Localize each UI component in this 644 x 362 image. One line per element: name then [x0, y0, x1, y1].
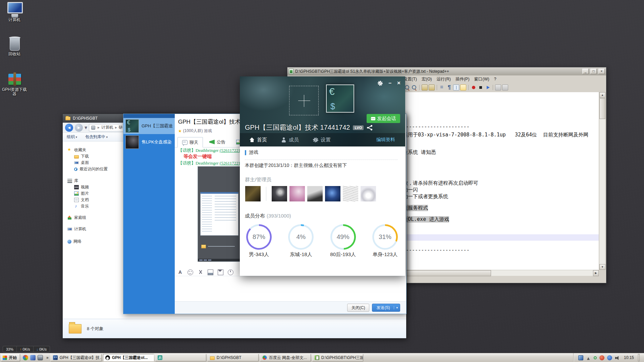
taskbar-button[interactable]: GPH【三国霸途ol】技... [51, 354, 102, 361]
panel-nav-item[interactable]: 成员 [281, 137, 299, 143]
taskbar-button[interactable]: 百度云 网盘-全部文... [260, 354, 311, 361]
sender-name[interactable]: 【话唠】Deathbringer [178, 148, 220, 153]
desktop-icon[interactable]: 回收站 [1, 36, 28, 56]
admin-avatar[interactable] [343, 186, 358, 201]
admin-avatar[interactable] [361, 186, 376, 201]
toolbar-icon[interactable] [437, 85, 437, 90]
horizontal-scroll-thumb[interactable] [406, 270, 491, 276]
toolbar-icon[interactable] [478, 84, 484, 90]
send-button[interactable]: 发送(S) ▾ [372, 304, 400, 312]
toolbar-icon[interactable] [460, 84, 466, 90]
chat-tool-icon[interactable] [228, 269, 233, 275]
close-chat-button[interactable]: 关闭(C) [347, 304, 370, 312]
toolbar-icon[interactable] [502, 84, 508, 90]
scroll-down-arrow[interactable]: ▼ [599, 264, 605, 270]
net-speed-widget[interactable]: 33% 0K/s 0K/s [3, 346, 50, 352]
tray-icon[interactable] [586, 355, 591, 360]
close-button[interactable] [397, 80, 400, 86]
scroll-up-arrow[interactable]: ▲ [599, 92, 605, 98]
desktop-icon[interactable]: GPH资源下载器 [1, 72, 28, 96]
desktop-icon-image[interactable] [7, 36, 22, 51]
tray-icon[interactable] [599, 355, 604, 360]
edit-profile-link[interactable]: 编辑资料 [376, 137, 395, 143]
group-list-item[interactable]: 售LPK全盘感染 [123, 134, 175, 150]
toolbar-icon[interactable] [429, 84, 435, 90]
tray-icon[interactable] [594, 356, 597, 359]
tray-icon[interactable] [607, 355, 612, 360]
chat-tab[interactable]: 公告 [205, 137, 230, 147]
quick-launch-icon[interactable] [23, 355, 28, 360]
tray-icon[interactable] [615, 355, 620, 360]
start-session-button[interactable]: 发起会话 [367, 114, 400, 123]
send-dropdown-icon[interactable]: ▾ [394, 306, 400, 309]
toolbar-icon[interactable] [439, 84, 445, 90]
clock[interactable]: 10:15 [623, 355, 635, 360]
settings-gear-icon[interactable] [378, 81, 383, 86]
share-icon[interactable] [367, 125, 373, 131]
minimize-button[interactable] [388, 80, 391, 86]
admin-avatar[interactable] [307, 186, 323, 201]
toolbar-icon[interactable] [468, 85, 469, 90]
toolbar-icon[interactable] [419, 85, 420, 90]
toolbar-menu-button[interactable]: 包含到库中 [85, 134, 108, 140]
restore-button[interactable]: □ [590, 69, 597, 74]
chat-image-screenshot[interactable] [198, 166, 240, 262]
toolbar-icon[interactable] [493, 85, 493, 90]
admin-avatar[interactable] [272, 186, 287, 201]
breadcrumb-segment[interactable]: 研 [113, 125, 123, 130]
taskbar-button[interactable]: D:\GPHSGBT [208, 354, 259, 361]
star-icon[interactable] [178, 129, 182, 133]
sender-name[interactable]: 【话唠】Deathbringer [178, 161, 220, 166]
owner-avatar[interactable] [245, 186, 261, 201]
toolbar-icon[interactable] [411, 84, 417, 90]
toolbar-icon[interactable] [446, 84, 452, 90]
toolbar-icon[interactable] [422, 84, 428, 90]
admin-avatar[interactable] [378, 186, 394, 201]
message-input[interactable] [175, 276, 406, 302]
menu-item[interactable]: 插件(P) [453, 76, 472, 83]
taskbar-button[interactable] [155, 354, 206, 361]
quick-launch-icon[interactable] [30, 355, 36, 360]
chat-tool-icon[interactable] [208, 269, 213, 275]
toolbar-icon[interactable] [495, 84, 501, 90]
quick-launch-icon[interactable] [38, 355, 43, 360]
chat-tab[interactable]: 聊天 [177, 137, 203, 147]
vertical-scrollbar[interactable]: ▲ ▼ [599, 92, 605, 270]
panel-nav-item[interactable]: 设置 [313, 137, 331, 143]
start-button[interactable]: 开始 [1, 354, 20, 361]
cover-upload-placeholder[interactable] [289, 86, 319, 115]
send-button-label[interactable]: 发送(S) [372, 305, 394, 311]
menu-item[interactable]: 宏(O) [419, 76, 434, 83]
desktop-icon[interactable]: 计算机 [1, 2, 28, 22]
taskbar-button[interactable]: GPH【三国霸途ol... [103, 354, 154, 361]
minimize-button[interactable]: _ [582, 69, 589, 74]
quick-launch-overflow-icon[interactable]: » [46, 355, 49, 360]
menu-item[interactable]: ? [492, 76, 499, 82]
taskbar-button[interactable]: D:\GPHSGBT\GPH三国... [312, 354, 363, 361]
tray-icon[interactable] [578, 355, 583, 360]
breadcrumb-segment[interactable]: 计算机 [96, 125, 113, 130]
toolbar-icon[interactable] [485, 84, 491, 90]
chat-tool-icon[interactable] [187, 269, 193, 275]
desktop-icon-image[interactable] [7, 2, 22, 17]
panel-nav-item[interactable]: 首页 [249, 137, 267, 143]
history-dropdown-icon[interactable] [85, 124, 87, 131]
vertical-scroll-thumb[interactable] [599, 98, 605, 119]
notepadpp-titlebar[interactable]: D:\GPHSGBT\GPH三国霸途ol S1永久单机珍藏版+架设视频+客户资源… [287, 67, 606, 75]
menu-item[interactable]: 窗口(W) [472, 76, 492, 83]
close-button[interactable]: × [598, 69, 605, 74]
chat-tool-icon[interactable] [218, 269, 223, 275]
toolbar-icon[interactable] [453, 84, 459, 90]
forward-button[interactable] [75, 124, 83, 132]
menu-item[interactable]: 运行(R) [434, 76, 453, 83]
sender-id-link[interactable]: (526117221) [220, 148, 242, 153]
toolbar-menu-button[interactable]: 组织 [67, 134, 77, 140]
show-desktop-button[interactable] [638, 354, 640, 361]
chat-tool-icon[interactable] [177, 269, 183, 275]
sender-id-link[interactable]: (526117221) [220, 161, 242, 166]
scroll-right-arrow[interactable]: ▶ [593, 270, 599, 276]
back-button[interactable] [65, 124, 73, 132]
desktop-icon-image[interactable] [7, 72, 22, 86]
toolbar-icon[interactable] [471, 84, 477, 90]
group-avatar-large[interactable] [326, 84, 354, 113]
